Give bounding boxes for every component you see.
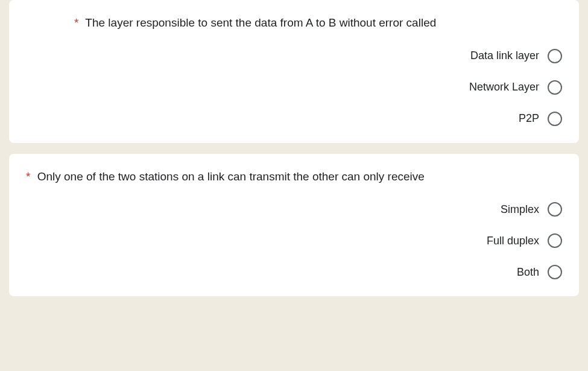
radio-icon[interactable] [548, 49, 562, 63]
option-label: Network Layer [469, 81, 539, 94]
radio-icon[interactable] [548, 202, 562, 217]
options-container: Simplex Full duplex Both [26, 202, 562, 279]
option-row[interactable]: Data link layer [470, 49, 562, 63]
option-label: Data link layer [470, 49, 539, 62]
option-label: Both [517, 266, 539, 279]
radio-icon[interactable] [548, 265, 562, 279]
options-container: Data link layer Network Layer P2P [26, 49, 562, 126]
question-card-1: * The layer responsible to sent the data… [9, 0, 579, 143]
question-title: * Only one of the two stations on a link… [26, 168, 562, 186]
option-row[interactable]: Network Layer [469, 80, 562, 95]
option-row[interactable]: Both [517, 265, 562, 279]
option-label: P2P [519, 112, 539, 125]
radio-icon[interactable] [548, 80, 562, 95]
question-card-2: * Only one of the two stations on a link… [9, 154, 579, 297]
question-title: * The layer responsible to sent the data… [26, 14, 562, 32]
radio-icon[interactable] [548, 112, 562, 126]
option-label: Full duplex [487, 235, 539, 247]
option-row[interactable]: Simplex [501, 202, 562, 217]
required-star-icon: * [26, 170, 30, 183]
question-text: The layer responsible to sent the data f… [85, 16, 436, 29]
option-row[interactable]: P2P [519, 112, 562, 126]
option-label: Simplex [501, 203, 539, 216]
option-row[interactable]: Full duplex [487, 233, 562, 248]
required-star-icon: * [74, 16, 78, 29]
radio-icon[interactable] [548, 233, 562, 248]
question-text: Only one of the two stations on a link c… [37, 170, 425, 183]
